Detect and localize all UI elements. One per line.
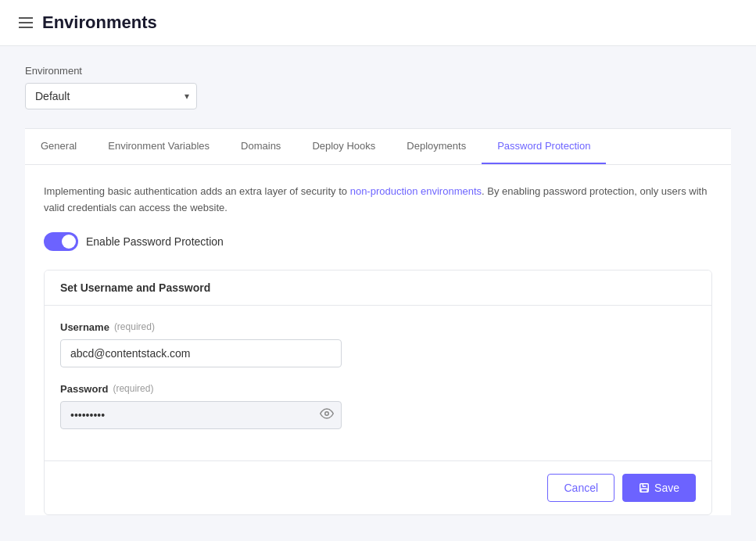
username-field-group: Username (required): [60, 321, 696, 367]
credentials-card: Set Username and Password Username (requ…: [44, 270, 712, 515]
password-label: Password (required): [60, 383, 696, 395]
save-label: Save: [654, 482, 679, 494]
username-required: (required): [114, 321, 155, 332]
card-header: Set Username and Password: [45, 270, 711, 306]
hamburger-menu[interactable]: [19, 17, 33, 28]
card-footer: Cancel Save: [45, 460, 711, 514]
cancel-button[interactable]: Cancel: [547, 474, 614, 502]
password-field-group: Password (required): [60, 383, 696, 429]
app-header: Environments: [0, 0, 756, 46]
password-input[interactable]: [60, 401, 342, 429]
tab-domains[interactable]: Domains: [225, 129, 296, 164]
description-text: Implementing basic authentication adds a…: [25, 184, 731, 217]
card-body: Username (required) Password (required): [45, 306, 711, 460]
description-part1: Implementing basic authentication adds a…: [44, 185, 350, 197]
tab-deploy-hooks[interactable]: Deploy Hooks: [296, 129, 391, 164]
enable-password-toggle[interactable]: [44, 232, 78, 251]
tab-environment-variables[interactable]: Environment Variables: [92, 129, 225, 164]
password-label-text: Password: [60, 383, 108, 395]
save-button[interactable]: Save: [622, 474, 696, 502]
tabs-container: General Environment Variables Domains De…: [25, 129, 731, 165]
save-icon: [639, 482, 650, 493]
main-content: Environment Default ▾ General Environmen…: [0, 46, 756, 541]
environment-select-wrapper: Default ▾: [25, 83, 197, 109]
page-title: Environments: [42, 13, 157, 33]
username-input[interactable]: [60, 339, 342, 367]
environment-section: Environment Default ▾: [25, 65, 731, 109]
description-link1[interactable]: non-production environments: [350, 185, 482, 197]
toggle-slider: [44, 232, 78, 251]
environment-select[interactable]: Default: [25, 83, 197, 109]
tab-deployments[interactable]: Deployments: [391, 129, 482, 164]
tab-password-protection[interactable]: Password Protection: [482, 129, 606, 164]
tab-general[interactable]: General: [25, 129, 92, 164]
environment-label: Environment: [25, 65, 731, 77]
eye-icon[interactable]: [320, 407, 334, 424]
password-wrapper: [60, 401, 342, 429]
content-area: Implementing basic authentication adds a…: [25, 165, 731, 515]
svg-point-0: [325, 411, 329, 415]
username-label-text: Username: [60, 321, 109, 333]
password-required: (required): [113, 383, 153, 394]
toggle-row: Enable Password Protection: [25, 232, 731, 251]
toggle-label: Enable Password Protection: [86, 235, 224, 248]
username-label: Username (required): [60, 321, 696, 333]
